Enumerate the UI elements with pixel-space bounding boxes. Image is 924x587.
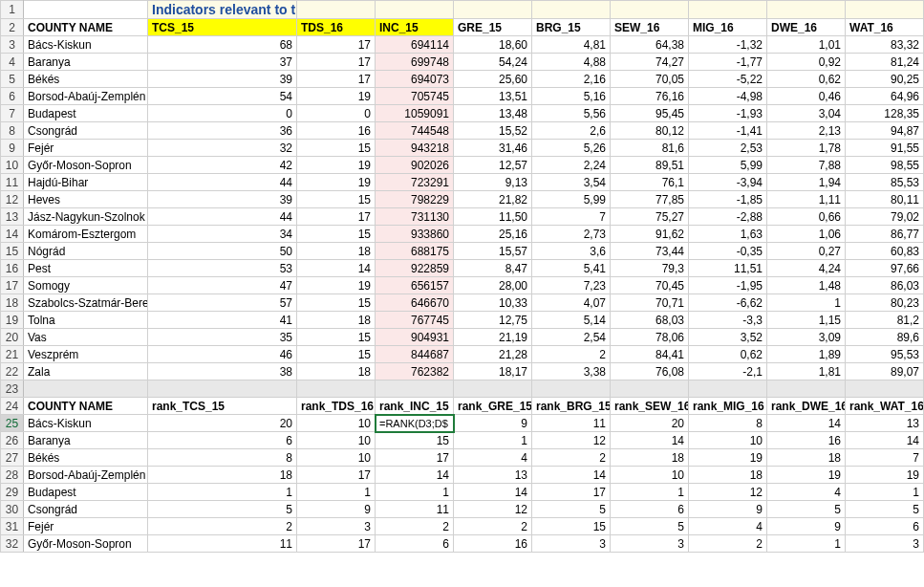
county-name[interactable]: Budapest — [24, 484, 148, 501]
row-header[interactable]: 26 — [1, 432, 24, 449]
row-header[interactable]: 8 — [1, 122, 24, 140]
data-cell[interactable]: 19 — [297, 157, 376, 174]
data-cell[interactable]: 4,81 — [532, 36, 611, 54]
rank-cell[interactable]: 1 — [611, 484, 689, 501]
data-cell[interactable]: 80,11 — [846, 191, 924, 208]
data-cell[interactable]: 2,73 — [532, 226, 611, 243]
data-cell[interactable]: 1,78 — [767, 140, 846, 157]
col-header-inc_15[interactable]: INC_15 — [376, 19, 454, 36]
data-cell[interactable]: 76,08 — [611, 363, 689, 380]
data-cell[interactable]: 83,32 — [846, 36, 924, 54]
data-cell[interactable]: 34 — [148, 226, 297, 243]
data-cell[interactable]: 78,06 — [611, 329, 689, 346]
rank-col-header[interactable]: rank_TCS_15 — [148, 398, 297, 415]
col-header-gre_15[interactable]: GRE_15 — [454, 19, 532, 36]
formula-editor[interactable]: =RANK(D3;D$ — [376, 415, 454, 432]
rank-cell[interactable]: 18 — [689, 467, 767, 484]
row-header[interactable]: 19 — [1, 312, 24, 329]
rank-cell[interactable]: 2 — [454, 518, 532, 535]
col-header-tds_16[interactable]: TDS_16 — [297, 19, 376, 36]
data-cell[interactable]: 79,02 — [846, 208, 924, 226]
data-cell[interactable]: 902026 — [376, 157, 454, 174]
rank-col-header[interactable]: rank_GRE_15 — [454, 398, 532, 415]
data-cell[interactable]: 5,99 — [532, 191, 611, 208]
data-cell[interactable]: 15 — [297, 140, 376, 157]
row-header[interactable]: 15 — [1, 243, 24, 260]
data-cell[interactable]: 37 — [148, 54, 297, 71]
rank-cell[interactable]: 4 — [767, 484, 846, 501]
data-cell[interactable]: 86,77 — [846, 226, 924, 243]
rank-cell[interactable]: 3 — [532, 535, 611, 553]
data-cell[interactable]: 2,53 — [689, 140, 767, 157]
rank-cell[interactable]: 1 — [297, 484, 376, 501]
data-cell[interactable]: 35 — [148, 329, 297, 346]
rank-cell[interactable]: 6 — [148, 432, 297, 449]
data-cell[interactable]: 694073 — [376, 71, 454, 88]
county-name[interactable]: Csongrád — [24, 122, 148, 140]
data-cell[interactable]: 18,17 — [454, 363, 532, 380]
data-cell[interactable]: 0 — [148, 105, 297, 122]
rank-cell[interactable]: 15 — [376, 432, 454, 449]
rank-cell[interactable]: 9 — [454, 415, 532, 432]
data-cell[interactable]: 25,16 — [454, 226, 532, 243]
data-cell[interactable]: 3,52 — [689, 329, 767, 346]
data-cell[interactable]: 70,71 — [611, 294, 689, 312]
data-cell[interactable]: -1,85 — [689, 191, 767, 208]
data-cell[interactable]: 5,16 — [532, 88, 611, 105]
county-name[interactable]: Zala — [24, 363, 148, 380]
data-cell[interactable]: 15 — [297, 346, 376, 363]
rank-cell[interactable]: 12 — [454, 501, 532, 518]
rank-cell[interactable]: 3 — [611, 535, 689, 553]
data-cell[interactable]: 68,03 — [611, 312, 689, 329]
data-cell[interactable]: 767745 — [376, 312, 454, 329]
col-header-sew_16[interactable]: SEW_16 — [611, 19, 689, 36]
rank-cell[interactable]: 18 — [148, 467, 297, 484]
rank-cell[interactable]: 14 — [376, 467, 454, 484]
row-header[interactable]: 25 — [1, 415, 24, 432]
row-header[interactable]: 27 — [1, 449, 24, 467]
data-cell[interactable]: 17 — [297, 208, 376, 226]
rank-col-header[interactable]: COUNTY NAME — [24, 398, 148, 415]
data-cell[interactable]: 54 — [148, 88, 297, 105]
rank-cell[interactable]: 18 — [767, 449, 846, 467]
rank-cell[interactable]: 9 — [297, 501, 376, 518]
data-cell[interactable]: 3,04 — [767, 105, 846, 122]
data-cell[interactable]: 91,55 — [846, 140, 924, 157]
rank-col-header[interactable]: rank_SEW_16 — [611, 398, 689, 415]
data-cell[interactable]: 1,63 — [689, 226, 767, 243]
data-cell[interactable]: 76,1 — [611, 174, 689, 191]
data-cell[interactable]: 17 — [297, 36, 376, 54]
rank-col-header[interactable]: rank_BRG_15 — [532, 398, 611, 415]
data-cell[interactable]: 688175 — [376, 243, 454, 260]
data-cell[interactable]: 50 — [148, 243, 297, 260]
data-cell[interactable]: 5,14 — [532, 312, 611, 329]
data-cell[interactable]: 1,48 — [767, 277, 846, 294]
data-cell[interactable]: 81,24 — [846, 54, 924, 71]
col-header-tcs_15[interactable]: TCS_15 — [148, 19, 297, 36]
data-cell[interactable]: 64,38 — [611, 36, 689, 54]
data-cell[interactable]: 98,55 — [846, 157, 924, 174]
data-cell[interactable]: 46 — [148, 346, 297, 363]
row-header[interactable]: 20 — [1, 329, 24, 346]
rank-cell[interactable]: 2 — [148, 518, 297, 535]
data-cell[interactable]: 4,24 — [767, 260, 846, 277]
data-cell[interactable]: 81,2 — [846, 312, 924, 329]
data-cell[interactable]: 70,45 — [611, 277, 689, 294]
rank-cell[interactable]: 1 — [454, 432, 532, 449]
rank-cell[interactable]: 13 — [454, 467, 532, 484]
data-cell[interactable]: -1,32 — [689, 36, 767, 54]
data-cell[interactable]: 694114 — [376, 36, 454, 54]
data-cell[interactable]: 2,24 — [532, 157, 611, 174]
rank-cell[interactable]: 1 — [148, 484, 297, 501]
data-cell[interactable]: 7,88 — [767, 157, 846, 174]
data-cell[interactable]: 0,46 — [767, 88, 846, 105]
row-header[interactable]: 31 — [1, 518, 24, 535]
data-cell[interactable]: 11,50 — [454, 208, 532, 226]
data-cell[interactable]: 1,15 — [767, 312, 846, 329]
row-header[interactable]: 32 — [1, 535, 24, 553]
rank-cell[interactable]: 10 — [297, 449, 376, 467]
data-cell[interactable]: 47 — [148, 277, 297, 294]
row-header[interactable]: 13 — [1, 208, 24, 226]
data-cell[interactable]: 95,45 — [611, 105, 689, 122]
data-cell[interactable]: -1,93 — [689, 105, 767, 122]
